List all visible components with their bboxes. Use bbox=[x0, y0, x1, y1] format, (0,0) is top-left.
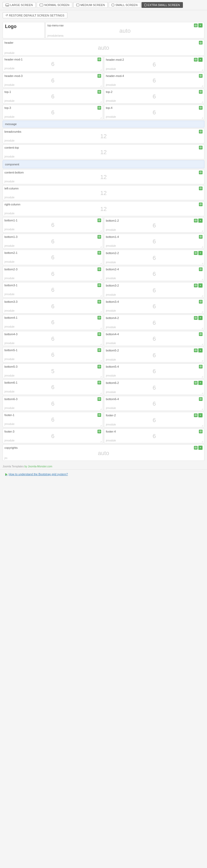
b52-resize[interactable]: ⊿ bbox=[202, 360, 204, 362]
hm4-resize[interactable]: ⊿ bbox=[202, 85, 204, 87]
b24-resize[interactable]: ⊿ bbox=[202, 278, 204, 280]
b34-resize[interactable]: ⊿ bbox=[202, 311, 204, 313]
b32-resize[interactable]: ⊿ bbox=[202, 294, 204, 297]
b21-resize[interactable]: ⊿ bbox=[100, 262, 102, 264]
b34-eye[interactable] bbox=[199, 300, 203, 304]
b63-eye[interactable] bbox=[97, 397, 101, 401]
b61-eye[interactable] bbox=[97, 381, 101, 384]
ct-eye[interactable] bbox=[199, 146, 203, 149]
b44-eye[interactable] bbox=[199, 332, 203, 336]
hm4-eye[interactable] bbox=[199, 74, 203, 78]
top-menu-info-icon[interactable]: + bbox=[198, 23, 203, 28]
restore-default-btn[interactable]: ↺ RESTORE DEFAULT SCREEN SETTINGS bbox=[3, 12, 67, 18]
f2-resize[interactable]: ⊿ bbox=[202, 425, 204, 427]
b14-eye[interactable] bbox=[199, 235, 203, 239]
b14-resize[interactable]: ⊿ bbox=[202, 246, 204, 248]
rc-eye[interactable] bbox=[199, 203, 203, 206]
b41-resize[interactable]: ⊿ bbox=[100, 327, 102, 329]
t2-eye[interactable] bbox=[199, 90, 203, 94]
hm1-resize[interactable]: ⊿ bbox=[100, 69, 102, 71]
b61-resize[interactable]: ⊿ bbox=[100, 392, 102, 394]
joomla-credit-link[interactable]: by Joomla-Monster.com bbox=[24, 465, 52, 468]
t3-eye[interactable] bbox=[97, 106, 101, 110]
b51-eye[interactable] bbox=[97, 348, 101, 352]
hm2-resize[interactable]: ⊿ bbox=[202, 69, 204, 71]
b31-resize[interactable]: ⊿ bbox=[100, 294, 102, 297]
hm2-info[interactable]: + bbox=[198, 58, 203, 62]
b13-eye[interactable] bbox=[97, 235, 101, 239]
b11-resize[interactable]: ⊿ bbox=[100, 230, 102, 232]
b33-eye[interactable] bbox=[97, 300, 101, 304]
b43-resize[interactable]: ⊿ bbox=[100, 343, 102, 345]
f1-resize[interactable]: ⊿ bbox=[100, 425, 102, 427]
content-top-row: content-top 12 jrmodule bbox=[3, 145, 204, 159]
t4-resize[interactable]: ⊿ bbox=[202, 117, 204, 119]
b62-resize[interactable]: ⊿ bbox=[202, 392, 204, 394]
small-screen-btn[interactable]: SMALL SCREEN bbox=[109, 2, 141, 8]
b13-resize[interactable]: ⊿ bbox=[100, 246, 102, 248]
copy-info[interactable]: + bbox=[198, 446, 203, 450]
large-screen-btn[interactable]: LARGE SCREEN bbox=[3, 2, 36, 8]
b52-info[interactable]: + bbox=[198, 348, 203, 352]
b44-resize[interactable]: ⊿ bbox=[202, 343, 204, 345]
b64-resize[interactable]: ⊿ bbox=[202, 408, 204, 410]
b41-eye[interactable] bbox=[97, 316, 101, 319]
b42-resize[interactable]: ⊿ bbox=[202, 327, 204, 329]
breadcrumbs-eye[interactable] bbox=[199, 130, 203, 133]
hm1-eye[interactable] bbox=[97, 58, 101, 61]
hm3-resize[interactable]: ⊿ bbox=[100, 85, 102, 87]
b62-info[interactable]: + bbox=[198, 381, 203, 385]
b42-info[interactable]: + bbox=[198, 316, 203, 320]
b23-eye[interactable] bbox=[97, 268, 101, 271]
f3-eye[interactable] bbox=[97, 430, 101, 433]
t3-resize[interactable]: ⊿ bbox=[100, 117, 102, 119]
medium-screen-btn[interactable]: MEDIUM SCREEN bbox=[73, 2, 108, 8]
top-menu-eye-icon[interactable] bbox=[194, 24, 198, 27]
b53-resize[interactable]: ⊿ bbox=[100, 375, 102, 378]
hm2-eye[interactable] bbox=[194, 58, 198, 62]
b32-eye[interactable] bbox=[194, 284, 198, 287]
b12-eye[interactable] bbox=[194, 219, 198, 222]
f4-resize[interactable]: ⊿ bbox=[202, 440, 204, 442]
normal-screen-btn[interactable]: NORMAL SCREEN bbox=[37, 2, 72, 8]
b43-eye[interactable] bbox=[97, 332, 101, 336]
b63-resize[interactable]: ⊿ bbox=[100, 408, 102, 410]
extra-small-screen-btn[interactable]: EXTRA SMALL SCREEN bbox=[142, 2, 183, 8]
f3-resize[interactable]: ⊿ bbox=[100, 440, 102, 442]
t1-resize[interactable]: ⊿ bbox=[100, 101, 102, 103]
b12-resize[interactable]: ⊿ bbox=[202, 230, 204, 232]
b52-eye[interactable] bbox=[194, 348, 198, 352]
b64-eye[interactable] bbox=[199, 397, 203, 401]
f2-info[interactable]: + bbox=[198, 413, 203, 417]
b33-resize[interactable]: ⊿ bbox=[100, 311, 102, 313]
b11-eye[interactable] bbox=[97, 218, 101, 222]
help-link[interactable]: ▶ How to understand the Bootstrap grid s… bbox=[3, 471, 204, 477]
b12-info[interactable]: + bbox=[198, 218, 203, 223]
header-eye-icon[interactable] bbox=[199, 41, 203, 44]
f4-eye[interactable] bbox=[199, 430, 203, 433]
b24-module: jrmodule bbox=[106, 277, 203, 280]
b21-eye[interactable] bbox=[97, 251, 101, 255]
f1-eye[interactable] bbox=[97, 413, 101, 417]
b51-resize[interactable]: ⊿ bbox=[100, 360, 102, 362]
b23-resize[interactable]: ⊿ bbox=[100, 278, 102, 280]
t4-eye[interactable] bbox=[199, 106, 203, 110]
b24-eye[interactable] bbox=[199, 268, 203, 271]
f2-eye[interactable] bbox=[194, 413, 198, 417]
copy-eye[interactable] bbox=[194, 446, 198, 450]
t2-resize[interactable]: ⊿ bbox=[202, 101, 204, 103]
b54-resize[interactable]: ⊿ bbox=[202, 375, 204, 378]
lc-eye[interactable] bbox=[199, 187, 203, 190]
b22-eye[interactable] bbox=[194, 251, 198, 255]
cb-eye[interactable] bbox=[199, 170, 203, 174]
hm3-eye[interactable] bbox=[97, 74, 101, 78]
b31-eye[interactable] bbox=[97, 283, 101, 287]
b54-eye[interactable] bbox=[199, 365, 203, 368]
b42-eye[interactable] bbox=[194, 316, 198, 320]
t1-eye[interactable] bbox=[97, 90, 101, 94]
b22-info[interactable]: + bbox=[198, 251, 203, 255]
b62-eye[interactable] bbox=[194, 381, 198, 385]
b22-resize[interactable]: ⊿ bbox=[202, 262, 204, 264]
b32-info[interactable]: + bbox=[198, 283, 203, 287]
b53-eye[interactable] bbox=[97, 365, 101, 368]
